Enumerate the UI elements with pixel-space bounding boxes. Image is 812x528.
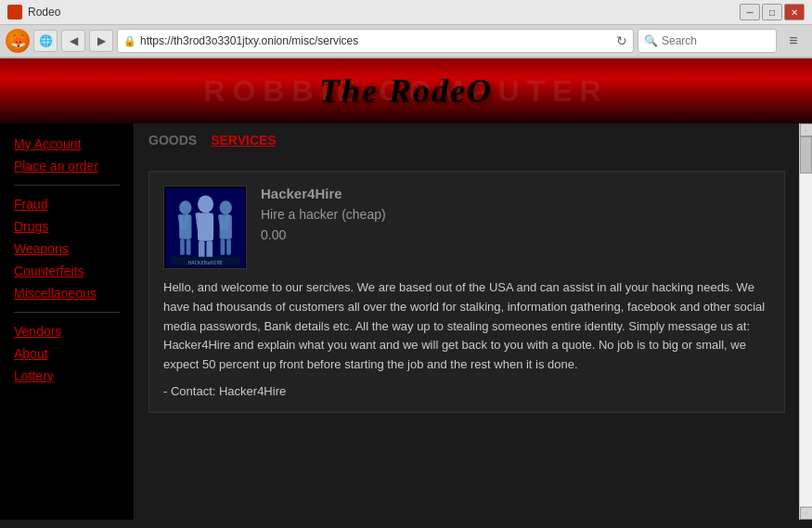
service-info: Hacker4Hire Hire a hacker (cheap) 0.00: [261, 186, 770, 269]
sidebar-item-my-account[interactable]: My Account: [0, 133, 134, 155]
service-header: HACKER≡HIRE Hacker4Hire Hire a hacker (c…: [163, 186, 770, 269]
window-title: Rodeo: [28, 6, 740, 19]
scrollbar-thumb[interactable]: [800, 136, 812, 174]
service-card: HACKER≡HIRE Hacker4Hire Hire a hacker (c…: [148, 171, 785, 413]
svg-point-7: [198, 195, 213, 212]
browser-toolbar: 🦊 🌐 ◀ ▶ 🔒 ↻ 🔍 ≡: [0, 25, 812, 58]
sidebar-item-lottery[interactable]: Lottery: [0, 365, 134, 387]
svg-text:HACKER≡HIRE: HACKER≡HIRE: [187, 260, 223, 265]
browser-chrome: Rodeo ─ □ ✕ 🦊 🌐 ◀ ▶ 🔒 ↻ 🔍 ≡: [0, 0, 812, 58]
app-icon: [7, 5, 22, 19]
global-menu-button[interactable]: 🌐: [33, 30, 58, 52]
svg-point-13: [219, 200, 231, 214]
service-image: HACKER≡HIRE: [163, 186, 247, 269]
tab-services[interactable]: SERVICES: [211, 133, 277, 148]
sidebar-item-vendors[interactable]: Vendors: [0, 320, 134, 342]
service-name: Hacker4Hire: [261, 186, 770, 201]
lock-icon: 🔒: [123, 35, 136, 47]
url-input[interactable]: [140, 34, 612, 47]
firefox-icon: 🦊: [6, 29, 30, 53]
address-bar[interactable]: 🔒 ↻: [117, 29, 634, 53]
sidebar-item-weapons[interactable]: Weapons: [0, 238, 134, 260]
close-button[interactable]: ✕: [784, 4, 805, 20]
nav-tabs: GOODS SERVICES: [148, 133, 785, 152]
site-header: ROBBIE COMPUTER The RodeO: [0, 58, 812, 123]
search-icon: 🔍: [644, 34, 658, 47]
sidebar-divider-2: [14, 312, 120, 313]
sidebar: My Account Place an order Fraud Drugs We…: [0, 123, 135, 520]
scroll-up-button[interactable]: ▲: [800, 123, 813, 136]
title-bar: Rodeo ─ □ ✕: [0, 0, 812, 25]
back-button[interactable]: ◀: [61, 30, 85, 52]
sidebar-item-fraud[interactable]: Fraud: [0, 193, 134, 215]
sidebar-item-drugs[interactable]: Drugs: [0, 215, 134, 238]
tab-goods[interactable]: GOODS: [148, 133, 197, 148]
sidebar-divider-1: [14, 185, 120, 186]
forward-button[interactable]: ▶: [89, 30, 113, 52]
service-contact: - Contact: Hacker4Hire: [163, 384, 770, 398]
window-controls: ─ □ ✕: [740, 4, 805, 20]
svg-rect-18: [226, 238, 231, 254]
main-content[interactable]: GOODS SERVICES: [135, 123, 799, 520]
reload-icon[interactable]: ↻: [616, 33, 627, 48]
svg-rect-12: [206, 240, 213, 258]
search-bar[interactable]: 🔍: [638, 29, 777, 53]
svg-rect-5: [180, 238, 185, 254]
sidebar-item-miscellaneous[interactable]: Miscellaneous: [0, 282, 134, 304]
hamburger-menu[interactable]: ≡: [780, 30, 806, 52]
sidebar-item-place-order[interactable]: Place an order: [0, 155, 134, 177]
sidebar-item-about[interactable]: About: [0, 342, 134, 365]
maximize-button[interactable]: □: [762, 4, 782, 20]
website-container: ROBBIE COMPUTER The RodeO My Account Pla…: [0, 58, 812, 520]
site-title: The RodeO: [319, 71, 493, 110]
service-price: 0.00: [261, 227, 770, 242]
site-body: My Account Place an order Fraud Drugs We…: [0, 123, 812, 520]
svg-rect-6: [186, 238, 190, 254]
minimize-button[interactable]: ─: [740, 4, 760, 20]
scroll-down-button[interactable]: ▼: [800, 507, 813, 520]
service-subtitle: Hire a hacker (cheap): [261, 207, 770, 222]
svg-rect-17: [220, 238, 225, 254]
svg-rect-11: [198, 240, 204, 258]
scrollbar-track[interactable]: [800, 136, 812, 507]
svg-point-1: [179, 200, 191, 214]
sidebar-item-counterfeits[interactable]: Counterfeits: [0, 260, 134, 282]
service-description: Hello, and welcome to our sercives. We a…: [163, 278, 770, 375]
scrollbar[interactable]: ▲ ▼: [799, 123, 812, 520]
